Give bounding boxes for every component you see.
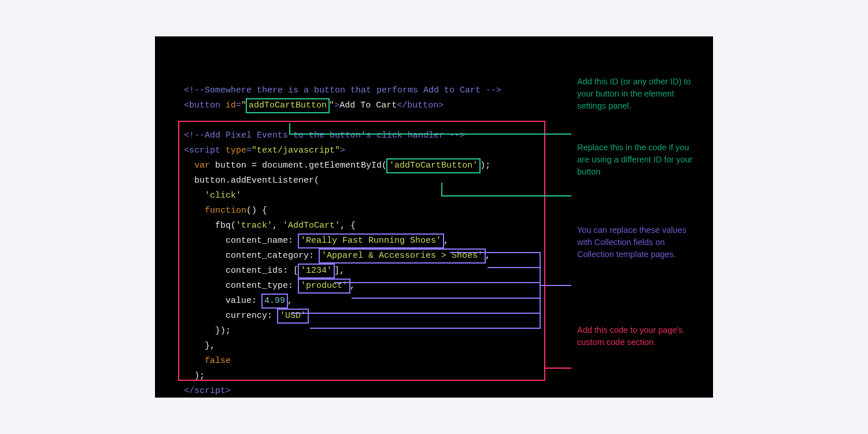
highlight-id-button: addToCartButton (246, 98, 330, 113)
highlight-value: 4.99 (261, 294, 288, 309)
highlight-id-getelement: 'addToCartButton' (386, 158, 481, 173)
kw-false: false (205, 356, 231, 366)
button-tag-close: </button> (397, 101, 444, 110)
gt-2: > (340, 146, 345, 155)
comment-line-2: <!--Add Pixel Events to the button's cli… (184, 131, 465, 140)
comma-3: , (485, 251, 490, 261)
paren-close: ); (194, 371, 205, 381)
script-open: <script (184, 146, 220, 155)
currency-label: currency: (226, 311, 278, 321)
content-ids-val: '1234' (301, 266, 332, 276)
track-str: 'track' (236, 221, 272, 231)
code-diagram-panel: <!--Somewhere there is a button that per… (155, 36, 713, 398)
comma-4: , (350, 281, 355, 291)
func-suffix: () { (246, 206, 267, 216)
comment-line-1: <!--Somewhere there is a button that per… (184, 86, 501, 95)
highlight-currency: 'USD' (277, 309, 309, 324)
content-ids-close: ], (334, 266, 345, 276)
script-close: </script> (184, 386, 231, 396)
value-label: value: (226, 296, 262, 306)
comma-1: , (272, 221, 283, 231)
comma-2: , (444, 236, 449, 246)
kw-var: var (194, 161, 210, 170)
click-str: 'click' (205, 191, 241, 201)
var-line-b: ); (480, 161, 490, 170)
brace-close-comma: }, (205, 341, 215, 351)
code-block: <!--Somewhere there is a button that per… (184, 68, 501, 399)
type-val: "text/javascript" (252, 146, 340, 155)
content-category-val: 'Apparel & Accessories > Shoes' (322, 251, 483, 261)
content-name-label: content_name: (226, 236, 298, 246)
fbq-a: fbq( (215, 221, 236, 231)
value-val: 4.99 (264, 296, 285, 306)
annotation-replace-values: You can replace these values with Collec… (577, 224, 699, 261)
currency-val: 'USD' (280, 311, 306, 321)
attr-id: id (226, 101, 236, 110)
kw-function: function (205, 206, 246, 216)
add-listener-line: button.addEventListener( (184, 176, 319, 186)
geid-q1: ' (389, 161, 394, 170)
button-tag-open: <button (184, 101, 220, 110)
highlight-content-name: 'Really Fast Running Shoes' (298, 233, 444, 248)
highlight-content-ids: '1234' (298, 264, 335, 279)
gt-1: > (334, 101, 339, 110)
id-q2: " (329, 101, 334, 110)
geid-q2: ' (472, 161, 478, 170)
content-ids-label: content_ids: [ (226, 266, 298, 276)
addtocart-str: 'AddToCart' (283, 221, 340, 231)
eq-2: = (246, 146, 252, 155)
id-value-1: addToCartButton (249, 101, 327, 110)
content-type-val: 'product' (301, 281, 348, 291)
annotation-add-code: Add this code to your page's custom code… (577, 324, 699, 348)
var-line-a: button = document.getElementById( (210, 161, 387, 170)
attr-type: type (226, 146, 246, 155)
highlight-content-category: 'Apparel & Accessories > Shoes' (319, 248, 486, 264)
obj-open: , { (340, 221, 356, 231)
button-text: Add To Cart (339, 101, 397, 110)
geid-val: addToCartButton (394, 161, 472, 170)
content-name-val: 'Really Fast Running Shoes' (301, 236, 441, 246)
comma-5: , (287, 296, 293, 306)
content-type-label: content_type: (226, 281, 298, 291)
content-category-label: content_category: (226, 251, 319, 261)
annotation-add-id: Add this ID (or any other ID) to your bu… (577, 76, 699, 112)
obj-close: }); (215, 326, 231, 336)
annotation-replace-id: Replace this in the code if you are usin… (577, 142, 699, 178)
highlight-content-type: 'product' (298, 279, 350, 294)
eq-1: = (236, 101, 241, 110)
